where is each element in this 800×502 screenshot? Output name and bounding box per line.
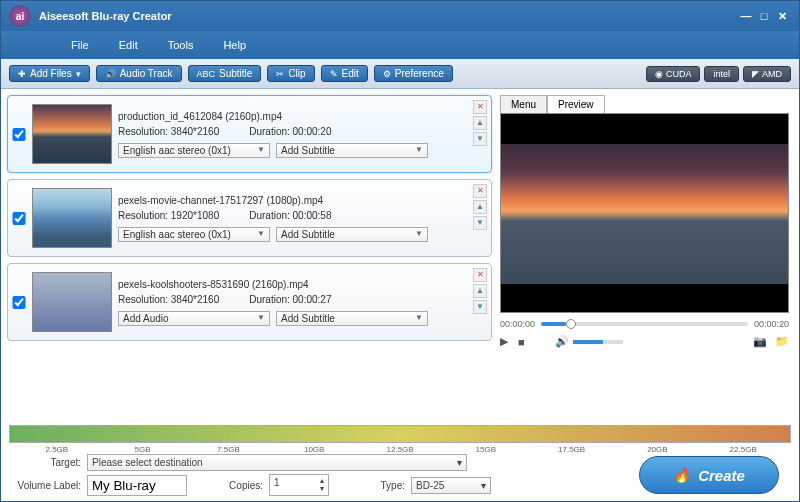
subtitle-button[interactable]: ABCSubtitle — [188, 65, 262, 82]
time-start: 00:00:00 — [500, 319, 535, 329]
file-thumbnail — [32, 272, 112, 332]
toolbar: ✚Add Files▾ 🔊Audio Track ABCSubtitle ✂Cl… — [1, 59, 799, 89]
move-down-button[interactable]: ▼ — [473, 216, 487, 230]
snapshot-button[interactable]: 📷 — [753, 335, 767, 348]
volume-slider[interactable] — [573, 340, 623, 344]
nvidia-icon: ◉ — [655, 69, 663, 79]
move-up-button[interactable]: ▲ — [473, 200, 487, 214]
move-down-button[interactable]: ▼ — [473, 132, 487, 146]
preview-image — [501, 144, 788, 284]
file-list: production_id_4612084 (2160p).mp4 Resolu… — [1, 89, 498, 421]
pencil-icon: ✎ — [330, 69, 338, 79]
preference-button[interactable]: ⚙Preference — [374, 65, 453, 82]
file-name: production_id_4612084 (2160p).mp4 — [118, 111, 487, 122]
subtitle-select[interactable]: Add Subtitle▼ — [276, 143, 428, 158]
remove-file-button[interactable]: ✕ — [473, 100, 487, 114]
type-select[interactable]: BD-25▾ — [411, 477, 491, 494]
chevron-down-icon: ▼ — [257, 313, 265, 324]
audio-track-button[interactable]: 🔊Audio Track — [96, 65, 182, 82]
remove-file-button[interactable]: ✕ — [473, 184, 487, 198]
gear-icon: ⚙ — [383, 69, 391, 79]
audio-select[interactable]: Add Audio▼ — [118, 311, 270, 326]
flame-icon: 🔥 — [673, 467, 690, 483]
menu-edit[interactable]: Edit — [119, 39, 138, 51]
target-label: Target: — [11, 457, 81, 468]
preview-pane — [500, 113, 789, 313]
file-thumbnail — [32, 188, 112, 248]
menu-file[interactable]: File — [71, 39, 89, 51]
scissors-icon: ✂ — [276, 69, 284, 79]
plus-icon: ✚ — [18, 69, 26, 79]
abc-icon: ABC — [197, 69, 216, 79]
file-card[interactable]: pexels-koolshooters-8531690 (2160p).mp4 … — [7, 263, 492, 341]
volume-label-label: Volume Label: — [11, 480, 81, 491]
timeline-slider[interactable] — [541, 322, 748, 326]
target-select[interactable]: Please select destination▾ — [87, 454, 467, 471]
maximize-button[interactable]: □ — [755, 10, 773, 22]
copies-label: Copies: — [193, 480, 263, 491]
clip-button[interactable]: ✂Clip — [267, 65, 314, 82]
close-button[interactable]: ✕ — [773, 10, 791, 23]
stop-button[interactable]: ■ — [518, 336, 525, 348]
menu-bar: File Edit Tools Help — [1, 31, 799, 59]
speaker-icon: 🔊 — [105, 69, 116, 79]
cuda-badge: ◉CUDA — [646, 66, 701, 82]
app-logo: ai — [9, 5, 31, 27]
add-files-button[interactable]: ✚Add Files▾ — [9, 65, 90, 82]
window-title: Aiseesoft Blu-ray Creator — [39, 10, 172, 22]
type-label: Type: — [335, 480, 405, 491]
amd-badge: ◤AMD — [743, 66, 791, 82]
chevron-down-icon: ▼ — [415, 313, 423, 324]
intel-badge: intel — [704, 66, 739, 82]
edit-button[interactable]: ✎Edit — [321, 65, 368, 82]
chevron-down-icon: ▾ — [457, 457, 462, 468]
tab-menu[interactable]: Menu — [500, 95, 547, 113]
audio-select[interactable]: English aac stereo (0x1)▼ — [118, 227, 270, 242]
subtitle-select[interactable]: Add Subtitle▼ — [276, 227, 428, 242]
chevron-down-icon: ▾ — [481, 480, 486, 491]
file-checkbox[interactable] — [12, 212, 26, 225]
subtitle-select[interactable]: Add Subtitle▼ — [276, 311, 428, 326]
file-card[interactable]: production_id_4612084 (2160p).mp4 Resolu… — [7, 95, 492, 173]
volume-label-input[interactable] — [87, 475, 187, 496]
move-up-button[interactable]: ▲ — [473, 284, 487, 298]
file-name: pexels-koolshooters-8531690 (2160p).mp4 — [118, 279, 487, 290]
amd-icon: ◤ — [752, 69, 759, 79]
volume-icon[interactable]: 🔊 — [555, 335, 569, 348]
move-down-button[interactable]: ▼ — [473, 300, 487, 314]
time-end: 00:00:20 — [754, 319, 789, 329]
folder-button[interactable]: 📁 — [775, 335, 789, 348]
file-card[interactable]: pexels-movie-channet-17517297 (1080p).mp… — [7, 179, 492, 257]
move-up-button[interactable]: ▲ — [473, 116, 487, 130]
chevron-down-icon: ▼ — [257, 145, 265, 156]
create-button[interactable]: 🔥 Create — [639, 456, 779, 494]
remove-file-button[interactable]: ✕ — [473, 268, 487, 282]
minimize-button[interactable]: — — [737, 10, 755, 22]
file-thumbnail — [32, 104, 112, 164]
chevron-down-icon: ▼ — [257, 229, 265, 240]
menu-tools[interactable]: Tools — [168, 39, 194, 51]
play-button[interactable]: ▶ — [500, 335, 508, 348]
file-name: pexels-movie-channet-17517297 (1080p).mp… — [118, 195, 487, 206]
copies-spinner[interactable]: 1▴▾ — [269, 474, 329, 496]
file-checkbox[interactable] — [12, 128, 26, 141]
menu-help[interactable]: Help — [223, 39, 246, 51]
chevron-down-icon: ▼ — [415, 229, 423, 240]
audio-select[interactable]: English aac stereo (0x1)▼ — [118, 143, 270, 158]
size-meter: 2.5GB 5GB 7.5GB 10GB 12.5GB 15GB 17.5GB … — [9, 425, 791, 443]
chevron-down-icon: ▼ — [415, 145, 423, 156]
file-checkbox[interactable] — [12, 296, 26, 309]
tab-preview[interactable]: Preview — [547, 95, 605, 113]
